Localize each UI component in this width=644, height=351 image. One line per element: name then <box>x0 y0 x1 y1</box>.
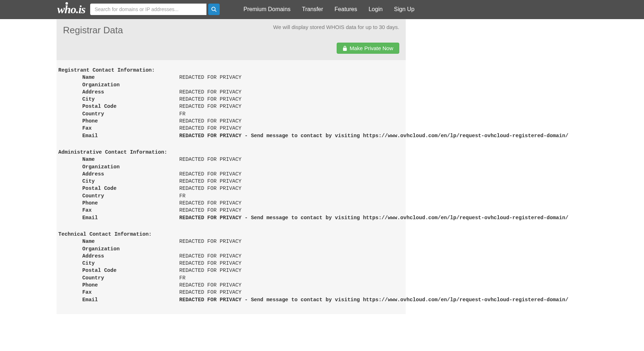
field-value: REDACTED FOR PRIVACY <box>179 282 241 289</box>
field-label: Postal Code <box>58 267 179 274</box>
field-value: REDACTED FOR PRIVACY <box>179 267 241 274</box>
header-info-text: We will display stored WHOIS data for up… <box>273 24 399 30</box>
technical-email-row: EmailREDACTED FOR PRIVACY - Send message… <box>57 296 406 303</box>
field-value: REDACTED FOR PRIVACY <box>179 88 241 96</box>
whois-data: Registrant Contact Information: NameREDA… <box>57 60 406 314</box>
header-bar: Registrar Data We will display stored WH… <box>57 19 406 43</box>
field-label: Name <box>58 156 179 163</box>
field-value: REDACTED FOR PRIVACY <box>179 199 241 207</box>
field-label: Name <box>58 74 179 81</box>
field-label: Phone <box>58 117 179 125</box>
registrant-email-row: EmailREDACTED FOR PRIVACY - Send message… <box>57 132 406 139</box>
field-label: Fax <box>58 125 179 132</box>
private-button-row: Make Private Now <box>57 43 406 60</box>
nav-features[interactable]: Features <box>329 0 363 18</box>
field-value: REDACTED FOR PRIVACY <box>179 103 241 110</box>
admin-name-row: NameREDACTED FOR PRIVACY <box>57 156 406 163</box>
admin-organization-row: Organization <box>57 163 406 170</box>
field-value: REDACTED FOR PRIVACY <box>179 207 241 214</box>
registrant-name-row: NameREDACTED FOR PRIVACY <box>57 74 406 81</box>
technical-country-row: CountryFR <box>57 274 406 282</box>
field-value: REDACTED FOR PRIVACY <box>179 260 241 267</box>
field-label: Email <box>58 214 179 221</box>
field-value: REDACTED FOR PRIVACY <box>179 238 241 245</box>
field-label: Organization <box>58 81 179 88</box>
admin-section-title: Administrative Contact Information: <box>57 149 406 156</box>
registrant-fax-row: FaxREDACTED FOR PRIVACY <box>57 125 406 132</box>
field-label: City <box>58 178 179 185</box>
technical-fax-row: FaxREDACTED FOR PRIVACY <box>57 289 406 296</box>
navbar: who.is Premium Domains Transfer Features… <box>0 0 644 19</box>
field-label: Postal Code <box>58 103 179 110</box>
technical-postal-row: Postal CodeREDACTED FOR PRIVACY <box>57 267 406 274</box>
registrant-organization-row: Organization <box>57 81 406 88</box>
admin-phone-row: PhoneREDACTED FOR PRIVACY <box>57 199 406 207</box>
field-value: REDACTED FOR PRIVACY <box>179 178 241 185</box>
registrant-address-row: AddressREDACTED FOR PRIVACY <box>57 88 406 96</box>
field-label: Organization <box>58 163 179 170</box>
field-value: FR <box>179 110 185 117</box>
field-label: Fax <box>58 207 179 214</box>
field-label: Address <box>58 88 179 96</box>
technical-name-row: NameREDACTED FOR PRIVACY <box>57 238 406 245</box>
logo-dot <box>65 2 68 5</box>
nav-signup[interactable]: Sign Up <box>388 0 420 18</box>
field-value: REDACTED FOR PRIVACY <box>179 74 241 81</box>
registrant-country-row: CountryFR <box>57 110 406 117</box>
make-private-label: Make Private Now <box>350 45 393 51</box>
nav-login[interactable]: Login <box>363 0 388 18</box>
admin-country-row: CountryFR <box>57 192 406 199</box>
registrant-city-row: CityREDACTED FOR PRIVACY <box>57 96 406 103</box>
nav-premium-domains[interactable]: Premium Domains <box>238 0 296 18</box>
field-value: REDACTED FOR PRIVACY <box>179 117 241 125</box>
field-label: Country <box>58 274 179 282</box>
field-value: REDACTED FOR PRIVACY <box>179 96 241 103</box>
field-value: REDACTED FOR PRIVACY - Send message to c… <box>179 214 569 221</box>
field-label: Address <box>58 253 179 260</box>
field-label: Fax <box>58 289 179 296</box>
registrant-phone-row: PhoneREDACTED FOR PRIVACY <box>57 117 406 125</box>
field-value: REDACTED FOR PRIVACY - Send message to c… <box>179 132 569 139</box>
admin-fax-row: FaxREDACTED FOR PRIVACY <box>57 207 406 214</box>
nav-transfer[interactable]: Transfer <box>296 0 329 18</box>
field-value: REDACTED FOR PRIVACY <box>179 289 241 296</box>
search-group <box>90 4 220 15</box>
field-value: FR <box>179 274 185 282</box>
field-label: Email <box>58 132 179 139</box>
technical-section-title: Technical Contact Information: <box>57 231 406 238</box>
technical-phone-row: PhoneREDACTED FOR PRIVACY <box>57 282 406 289</box>
technical-city-row: CityREDACTED FOR PRIVACY <box>57 260 406 267</box>
field-label: Email <box>58 296 179 303</box>
technical-organization-row: Organization <box>57 245 406 253</box>
field-label: City <box>58 96 179 103</box>
field-label: City <box>58 260 179 267</box>
field-label: Phone <box>58 199 179 207</box>
admin-address-row: AddressREDACTED FOR PRIVACY <box>57 170 406 178</box>
nav-links: Premium Domains Transfer Features Login … <box>238 0 420 18</box>
make-private-button[interactable]: Make Private Now <box>337 43 399 54</box>
registrant-postal-row: Postal CodeREDACTED FOR PRIVACY <box>57 103 406 110</box>
field-value: FR <box>179 192 185 199</box>
field-label: Phone <box>58 282 179 289</box>
main-content: Registrar Data We will display stored WH… <box>57 19 406 314</box>
field-label: Organization <box>58 245 179 253</box>
field-value: REDACTED FOR PRIVACY - Send message to c… <box>179 296 569 303</box>
field-label: Name <box>58 238 179 245</box>
admin-email-row: EmailREDACTED FOR PRIVACY - Send message… <box>57 214 406 221</box>
admin-postal-row: Postal CodeREDACTED FOR PRIVACY <box>57 185 406 192</box>
field-label: Country <box>58 192 179 199</box>
registrant-section-title: Registrant Contact Information: <box>57 67 406 74</box>
field-value: REDACTED FOR PRIVACY <box>179 156 241 163</box>
search-button[interactable] <box>208 4 220 15</box>
search-input[interactable] <box>90 4 206 15</box>
field-value: REDACTED FOR PRIVACY <box>179 125 241 132</box>
search-icon <box>211 7 216 12</box>
logo-text: who.is <box>57 3 85 16</box>
lock-icon <box>343 46 347 51</box>
logo[interactable]: who.is <box>57 4 85 15</box>
technical-address-row: AddressREDACTED FOR PRIVACY <box>57 253 406 260</box>
field-value: REDACTED FOR PRIVACY <box>179 170 241 178</box>
field-label: Postal Code <box>58 185 179 192</box>
field-label: Country <box>58 110 179 117</box>
field-value: REDACTED FOR PRIVACY <box>179 253 241 260</box>
